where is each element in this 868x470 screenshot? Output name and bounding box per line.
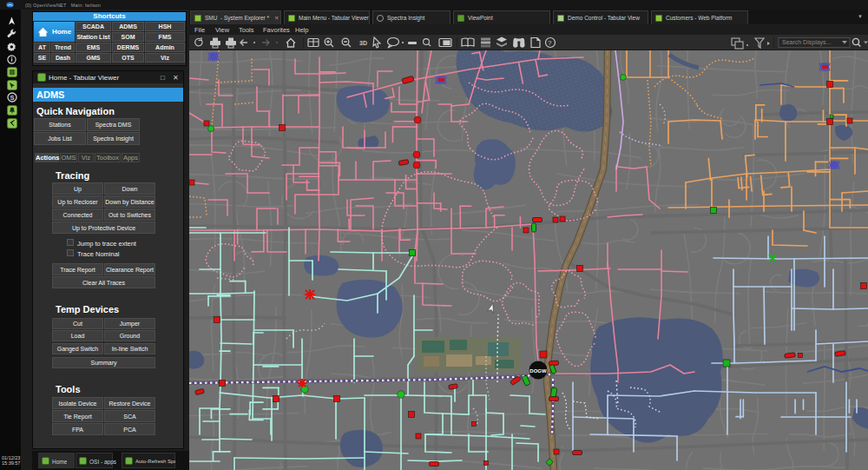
- svg-text:S: S: [10, 94, 14, 102]
- svg-text:3D: 3D: [359, 40, 367, 46]
- svg-text:?: ?: [548, 39, 552, 47]
- svg-text:Search Displays...: Search Displays...: [782, 39, 831, 46]
- svg-text:DOGW: DOGW: [529, 368, 547, 374]
